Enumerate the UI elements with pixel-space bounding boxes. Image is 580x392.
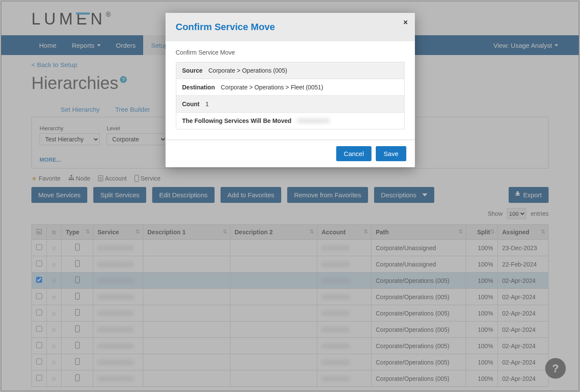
modal-moved-value: XXXXXXXX bbox=[298, 117, 330, 124]
modal-destination-value: Corporate > Operations > Fleet (0051) bbox=[221, 84, 323, 91]
modal-source-label: Source bbox=[182, 67, 205, 74]
modal-footer: Cancel Save bbox=[166, 140, 415, 167]
modal-count-value: 1 bbox=[206, 101, 209, 107]
modal-info-table: Source Corporate > Operations (005) Dest… bbox=[176, 62, 405, 129]
modal-count-label: Count bbox=[182, 101, 202, 107]
modal-source-value: Corporate > Operations (005) bbox=[209, 67, 287, 74]
confirm-service-move-modal: Confirm Service Move × Confirm Service M… bbox=[166, 13, 415, 167]
modal-cancel-button[interactable]: Cancel bbox=[336, 146, 372, 161]
modal-header: Confirm Service Move × bbox=[166, 13, 415, 41]
modal-title: Confirm Service Move bbox=[176, 21, 405, 33]
modal-moved-label: The Following Services Will Be Moved bbox=[182, 117, 294, 124]
modal-close-button[interactable]: × bbox=[403, 18, 408, 27]
modal-subtitle: Confirm Service Move bbox=[176, 49, 405, 56]
modal-destination-label: Destination bbox=[182, 84, 218, 91]
modal-save-button[interactable]: Save bbox=[376, 146, 406, 161]
